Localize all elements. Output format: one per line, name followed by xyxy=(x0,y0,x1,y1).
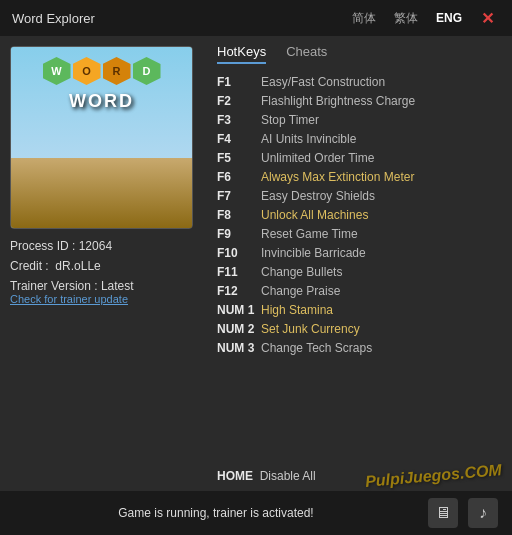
cheat-name-f3: Stop Timer xyxy=(261,113,319,127)
tabs: HotKeys Cheats xyxy=(217,44,500,64)
cheat-key-f11: F11 xyxy=(217,265,255,279)
right-panel: HotKeys Cheats F1 Easy/Fast Construction… xyxy=(205,36,512,491)
cheat-row-f3: F3 Stop Timer xyxy=(217,112,500,128)
cheat-key-f8: F8 xyxy=(217,208,255,222)
trainer-version-row: Trainer Version : Latest Check for train… xyxy=(10,279,195,305)
music-icon[interactable]: ♪ xyxy=(468,498,498,528)
cheat-name-f8: Unlock All Machines xyxy=(261,208,368,222)
main-content: W O R D WORD Process ID : 12064 Credit :… xyxy=(0,36,512,491)
cheat-name-f9: Reset Game Time xyxy=(261,227,358,241)
close-button[interactable]: ✕ xyxy=(475,7,500,30)
left-panel: W O R D WORD Process ID : 12064 Credit :… xyxy=(0,36,205,491)
cheat-name-num2: Set Junk Currency xyxy=(261,322,360,336)
hex-r: R xyxy=(103,57,131,85)
cheat-row-f1: F1 Easy/Fast Construction xyxy=(217,74,500,90)
cheat-key-f3: F3 xyxy=(217,113,255,127)
cheat-name-f7: Easy Destroy Shields xyxy=(261,189,375,203)
home-key: HOME xyxy=(217,469,253,483)
cheat-key-f12: F12 xyxy=(217,284,255,298)
tab-hotkeys[interactable]: HotKeys xyxy=(217,44,266,64)
process-id-row: Process ID : 12064 xyxy=(10,239,195,253)
cheat-row-f4: F4 AI Units Invincible xyxy=(217,131,500,147)
cheat-row-num1: NUM 1 High Stamina xyxy=(217,302,500,318)
lang-simplified[interactable]: 简体 xyxy=(347,8,381,29)
cheat-row-f9: F9 Reset Game Time xyxy=(217,226,500,242)
cheat-key-f9: F9 xyxy=(217,227,255,241)
cheat-key-f1: F1 xyxy=(217,75,255,89)
title-bar-right: 简体 繁体 ENG ✕ xyxy=(347,7,500,30)
cheat-row-num2: NUM 2 Set Junk Currency xyxy=(217,321,500,337)
bottom-bar: Game is running, trainer is activated! 🖥… xyxy=(0,491,512,535)
cheat-key-f7: F7 xyxy=(217,189,255,203)
cheat-row-f11: F11 Change Bullets xyxy=(217,264,500,280)
trainer-version: Trainer Version : Latest xyxy=(10,279,195,293)
home-disable-row: HOME Disable All xyxy=(217,469,500,483)
cheat-name-f1: Easy/Fast Construction xyxy=(261,75,385,89)
cheat-row-f8: F8 Unlock All Machines xyxy=(217,207,500,223)
cheat-name-f12: Change Praise xyxy=(261,284,340,298)
game-image: W O R D WORD xyxy=(10,46,193,229)
status-text: Game is running, trainer is activated! xyxy=(14,506,418,520)
cheat-row-f12: F12 Change Praise xyxy=(217,283,500,299)
cheat-key-f5: F5 xyxy=(217,151,255,165)
cheat-row-f10: F10 Invincible Barricade xyxy=(217,245,500,261)
cheat-row-f7: F7 Easy Destroy Shields xyxy=(217,188,500,204)
update-link[interactable]: Check for trainer update xyxy=(10,293,195,305)
cheat-name-num1: High Stamina xyxy=(261,303,333,317)
cheat-name-f11: Change Bullets xyxy=(261,265,342,279)
cheat-name-f2: Flashlight Brightness Charge xyxy=(261,94,415,108)
cheat-key-num2: NUM 2 xyxy=(217,322,255,336)
hex-w: W xyxy=(43,57,71,85)
credit-value: dR.oLLe xyxy=(55,259,100,273)
ground-bg xyxy=(11,158,192,228)
monitor-icon[interactable]: 🖥 xyxy=(428,498,458,528)
credit-row: Credit : dR.oLLe xyxy=(10,259,195,273)
info-section: Process ID : 12064 Credit : dR.oLLe Trai… xyxy=(10,239,195,305)
lang-traditional[interactable]: 繁体 xyxy=(389,8,423,29)
cheat-name-f4: AI Units Invincible xyxy=(261,132,356,146)
cheat-key-f4: F4 xyxy=(217,132,255,146)
tab-cheats[interactable]: Cheats xyxy=(286,44,327,64)
hex-d: D xyxy=(133,57,161,85)
title-bar-left: Word Explorer xyxy=(12,11,95,26)
credit-label-text: Credit : xyxy=(10,259,49,273)
cheat-row-f5: F5 Unlimited Order Time xyxy=(217,150,500,166)
cheat-key-num1: NUM 1 xyxy=(217,303,255,317)
app-title: Word Explorer xyxy=(12,11,95,26)
cheat-list: F1 Easy/Fast Construction F2 Flashlight … xyxy=(217,74,500,461)
cheat-name-f5: Unlimited Order Time xyxy=(261,151,374,165)
word-label: WORD xyxy=(69,91,134,112)
cheat-key-f6: F6 xyxy=(217,170,255,184)
cheat-name-num3: Change Tech Scraps xyxy=(261,341,372,355)
cheat-name-f6: Always Max Extinction Meter xyxy=(261,170,414,184)
cheat-key-f2: F2 xyxy=(217,94,255,108)
credit-label: Credit : dR.oLLe xyxy=(10,259,195,273)
hex-o: O xyxy=(73,57,101,85)
cheat-row-num3: NUM 3 Change Tech Scraps xyxy=(217,340,500,356)
cheat-key-num3: NUM 3 xyxy=(217,341,255,355)
process-id: Process ID : 12064 xyxy=(10,239,195,253)
cheat-name-f10: Invincible Barricade xyxy=(261,246,366,260)
cheat-row-f6: F6 Always Max Extinction Meter xyxy=(217,169,500,185)
disable-all-label: Disable All xyxy=(260,469,316,483)
cheat-key-f10: F10 xyxy=(217,246,255,260)
title-bar: Word Explorer 简体 繁体 ENG ✕ xyxy=(0,0,512,36)
cheat-row-f2: F2 Flashlight Brightness Charge xyxy=(217,93,500,109)
lang-english[interactable]: ENG xyxy=(431,9,467,27)
